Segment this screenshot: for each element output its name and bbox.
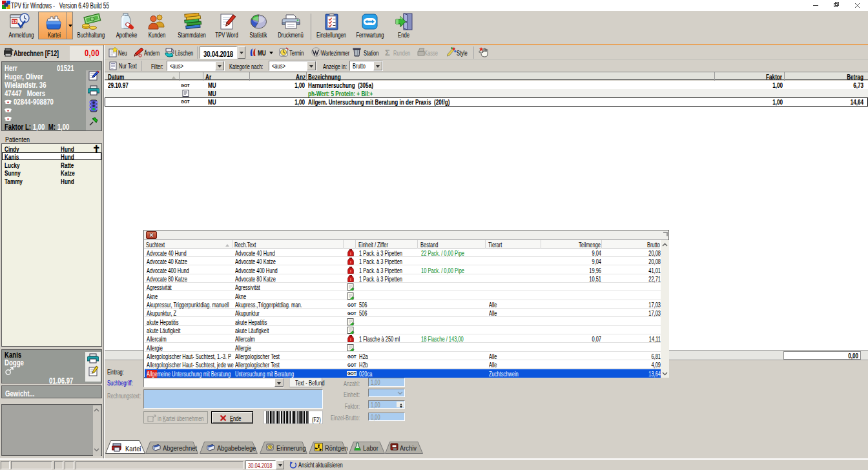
- svg-text:12: 12: [12, 19, 17, 24]
